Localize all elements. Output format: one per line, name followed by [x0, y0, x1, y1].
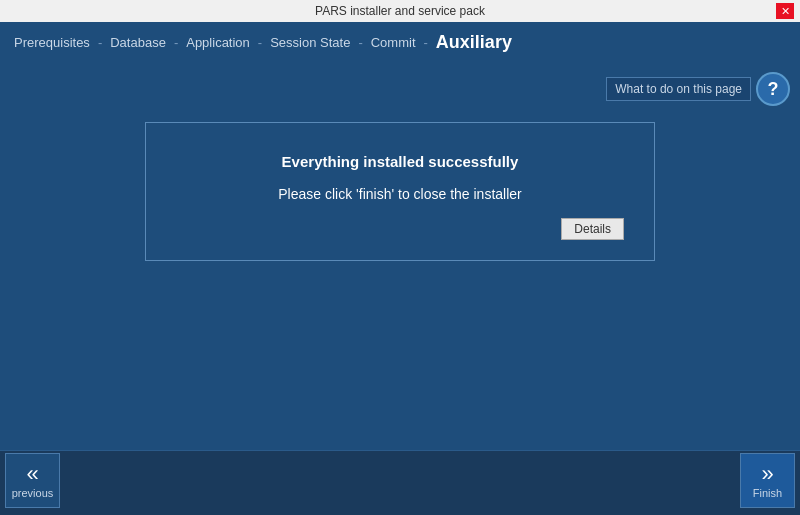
previous-button[interactable]: « previous — [5, 453, 60, 508]
help-button[interactable]: ? — [756, 72, 790, 106]
instruction-message: Please click 'finish' to close the insta… — [278, 186, 521, 202]
nav-sep-2: - — [170, 35, 182, 50]
help-area: What to do on this page ? — [606, 72, 790, 106]
title-bar: PARS installer and service pack ✕ — [0, 0, 800, 22]
nav-sep-5: - — [420, 35, 432, 50]
previous-arrow: « — [26, 463, 38, 485]
finish-button[interactable]: » Finish — [740, 453, 795, 508]
main-content: What to do on this page ? Everything ins… — [0, 62, 800, 450]
nav-sep-1: - — [94, 35, 106, 50]
details-button[interactable]: Details — [561, 218, 624, 240]
close-button[interactable]: ✕ — [776, 3, 794, 19]
previous-label: previous — [12, 487, 54, 499]
nav-item-prerequisites[interactable]: Prerequisites — [10, 22, 94, 62]
nav-item-database[interactable]: Database — [106, 22, 170, 62]
nav-item-session-state[interactable]: Session State — [266, 22, 354, 62]
success-message: Everything installed successfully — [282, 153, 519, 170]
footer: « previous » Finish — [0, 450, 800, 515]
nav-item-application[interactable]: Application — [182, 22, 254, 62]
nav-sep-3: - — [254, 35, 266, 50]
finish-label: Finish — [753, 487, 782, 499]
nav-bar: Prerequisites - Database - Application -… — [0, 22, 800, 62]
finish-arrow: » — [761, 463, 773, 485]
nav-item-commit[interactable]: Commit — [367, 22, 420, 62]
help-label: What to do on this page — [606, 77, 751, 101]
nav-item-auxiliary[interactable]: Auxiliary — [432, 22, 516, 62]
nav-sep-4: - — [354, 35, 366, 50]
title-bar-text: PARS installer and service pack — [24, 4, 776, 18]
info-box: Everything installed successfully Please… — [145, 122, 655, 261]
